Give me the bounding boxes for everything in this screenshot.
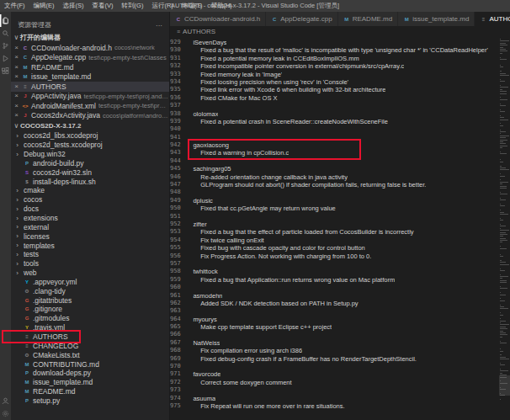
- minimap-line: [500, 104, 501, 104]
- line-number: 943: [170, 149, 186, 157]
- editor-pane[interactable]: 929iSevenDays930Fixed a bug that the res…: [170, 37, 510, 420]
- minimap-line: [500, 322, 501, 323]
- tree-file[interactable]: Pdownload-deps.py: [11, 369, 169, 378]
- minimap-line: [500, 236, 503, 237]
- tree-folder[interactable]: ›cocos2d_libs.xcodeproj: [11, 131, 169, 141]
- close-icon[interactable]: ×: [13, 45, 19, 51]
- minimap-line: [500, 214, 508, 215]
- explorer-icon[interactable]: [0, 14, 11, 27]
- menu-item[interactable]: 文件(F): [0, 0, 29, 12]
- tree-file[interactable]: Psetup.py: [11, 396, 169, 405]
- tab-AUTHORS[interactable]: ≡AUTHORS×: [475, 12, 510, 26]
- tree-file[interactable]: ≡CHANGELOG: [11, 341, 169, 350]
- minimap[interactable]: [499, 37, 510, 420]
- tree-file[interactable]: G.gitignore: [11, 305, 169, 314]
- more-actions-icon[interactable]: ···: [156, 22, 162, 29]
- tree-file[interactable]: G.gitattributes: [11, 295, 169, 305]
- tree-file[interactable]: MREADME.md: [11, 387, 169, 396]
- tree-folder[interactable]: ›tests: [11, 250, 169, 259]
- tab-AppDelegate.cpp[interactable]: CAppDelegate.cpp: [266, 12, 337, 26]
- line-text: Added SDK / NDK detection based on PATH …: [186, 300, 359, 307]
- source-control-icon[interactable]: [0, 40, 11, 52]
- minimap-line: [500, 234, 507, 235]
- minimap-line: [500, 188, 507, 189]
- tree-file[interactable]: Scocos2d-win32.sln: [11, 167, 169, 177]
- project-section-header[interactable]: ∨ COCOS2D-X-3.17.2: [11, 120, 169, 131]
- open-editor-item[interactable]: ×JCocos2dxActivity.javacocos\platform\an…: [11, 111, 169, 121]
- tree-folder[interactable]: ›tools: [11, 259, 169, 268]
- minimap-line: [500, 167, 506, 168]
- minimap-line: [500, 205, 505, 206]
- code-line: 969Fixed debug-config crash if a FrameBu…: [170, 355, 499, 363]
- tree-file[interactable]: G.gitmodules: [11, 314, 169, 323]
- tree-folder[interactable]: ›licenses: [11, 231, 169, 241]
- line-text: iSevenDays: [186, 39, 227, 46]
- close-icon[interactable]: ×: [13, 112, 19, 119]
- file-name: install-deps-linux.sh: [33, 178, 96, 186]
- scrollbar-thumb[interactable]: [499, 375, 510, 396]
- breadcrumb[interactable]: ≡ AUTHORS: [170, 26, 510, 37]
- minimap-line: [500, 141, 503, 142]
- tree-file[interactable]: ≡AUTHORS: [11, 332, 169, 342]
- tree-file[interactable]: MCONTRIBUTING.md: [11, 359, 169, 369]
- md-file-icon: M: [403, 17, 410, 22]
- open-editor-item[interactable]: ×CCCDownloader-android.hcocos\network: [11, 43, 169, 53]
- tree-file[interactable]: Y.travis.yml: [11, 323, 169, 332]
- minimap-line: [500, 369, 501, 369]
- minimap-line: [500, 159, 501, 160]
- tree-file[interactable]: Pandroid-build.py: [11, 159, 169, 168]
- minimap-line: [500, 45, 507, 45]
- tree-file[interactable]: ⚙.clang-tidy: [11, 286, 169, 295]
- open-editor-item[interactable]: ×≡AUTHORS: [11, 82, 169, 92]
- folder-name: cmake: [24, 186, 45, 194]
- close-icon[interactable]: ×: [13, 54, 19, 61]
- minimap-line: [500, 143, 506, 144]
- tree-file[interactable]: Y.appveyor.yml: [11, 278, 169, 287]
- run-debug-icon[interactable]: [0, 52, 11, 65]
- search-icon[interactable]: [0, 27, 11, 40]
- tree-folder[interactable]: ›cmake: [11, 186, 169, 195]
- tree-file[interactable]: ⚙CMakeLists.txt: [11, 350, 169, 359]
- tree-file[interactable]: Missue_template.md: [11, 378, 169, 387]
- line-text: Make cpp template support Eclipse c++ pr…: [186, 323, 332, 331]
- open-editor-item[interactable]: ×Missue_template.md: [11, 72, 169, 82]
- open-editor-item[interactable]: ×<>AndroidManifest.xmltest\cpp-empty-tes…: [11, 101, 169, 111]
- close-icon[interactable]: ×: [13, 64, 19, 71]
- close-icon[interactable]: ×: [13, 73, 19, 80]
- settings-icon[interactable]: [0, 407, 11, 420]
- code-line: 937: [170, 102, 499, 109]
- line-number: 963: [170, 307, 186, 315]
- open-editor-item[interactable]: ×JAppActivity.javatest\cpp-empty-test\pr…: [11, 92, 169, 102]
- minimap-line: [500, 120, 508, 120]
- tree-folder[interactable]: ›templates: [11, 241, 169, 250]
- line-number: 932: [170, 62, 186, 70]
- file-icon: ≡: [177, 29, 180, 35]
- tree-file[interactable]: $install-deps-linux.sh: [11, 177, 169, 186]
- menu-item[interactable]: 选择(S): [59, 0, 88, 12]
- tree-folder[interactable]: ›docs: [11, 205, 169, 214]
- open-editor-item[interactable]: ×MREADME.md: [11, 62, 169, 72]
- tree-folder[interactable]: ›cocos: [11, 195, 169, 205]
- tree-folder[interactable]: ›external: [11, 222, 169, 231]
- tab-CCDownloader-android.h[interactable]: CCCDownloader-android.h: [170, 12, 266, 26]
- menu-item[interactable]: 查看(V): [88, 0, 118, 12]
- open-editor-item[interactable]: ×CAppDelegate.cpptest\cpp-empty-test\Cla…: [11, 53, 169, 63]
- tab-issue_template.md[interactable]: Missue_template.md: [398, 12, 475, 26]
- close-icon[interactable]: ×: [13, 93, 19, 99]
- extensions-icon[interactable]: [0, 65, 11, 77]
- file-name: android-build.py: [33, 159, 83, 167]
- tab-README.md[interactable]: MREADME.md: [338, 12, 399, 26]
- close-icon[interactable]: ×: [13, 103, 19, 109]
- minimap-line: [500, 357, 506, 358]
- tree-folder[interactable]: ›Debug.win32: [11, 150, 169, 159]
- menu-item[interactable]: 转到(G): [118, 0, 148, 12]
- line-number: 957: [170, 260, 186, 268]
- open-editors-section-header[interactable]: ∨ 打开的编辑器: [11, 32, 169, 43]
- tree-folder[interactable]: ›extensions: [11, 214, 169, 223]
- tree-folder[interactable]: ›cocos2d_tests.xcodeproj: [11, 141, 169, 150]
- minimap-line: [500, 186, 507, 187]
- account-icon[interactable]: [0, 395, 11, 407]
- tree-folder[interactable]: ›web: [11, 268, 169, 278]
- menu-item[interactable]: 编辑(E): [29, 0, 59, 12]
- close-icon[interactable]: ×: [13, 83, 19, 90]
